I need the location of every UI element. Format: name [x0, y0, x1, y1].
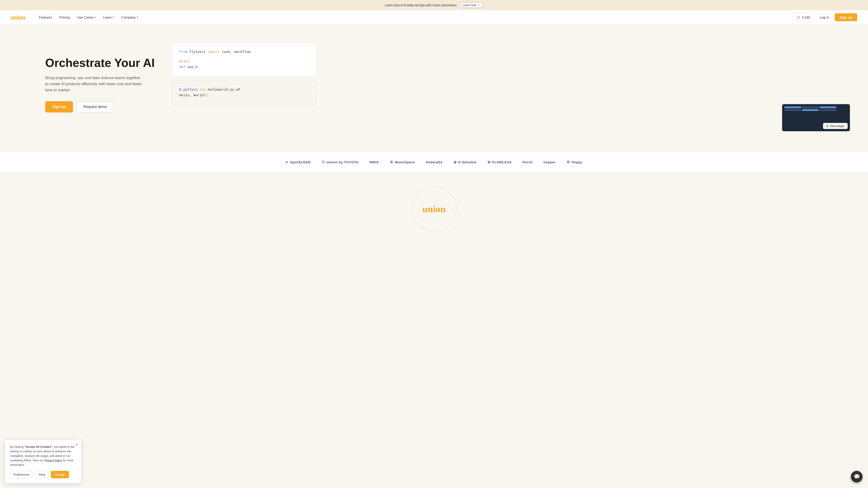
partner-hopper: hopper — [544, 160, 556, 164]
union-logo-large: union — [423, 203, 446, 215]
code-line-2: @task — [179, 59, 309, 65]
hero-demo-button[interactable]: Request demo — [76, 101, 114, 112]
terminal-line-2: Hello, World!| — [179, 93, 309, 98]
github-button[interactable]: ⬡ 5,180 — [793, 13, 814, 21]
partner-icon: ◆ — [454, 160, 457, 164]
code-module: flytekit — [189, 50, 206, 54]
chevron-down-icon: ▾ — [137, 16, 138, 19]
hero-signup-button[interactable]: Sign up — [45, 101, 73, 112]
hero-subtitle: Bring engineering, ops and data science … — [45, 75, 145, 93]
chat-icon: 💬 — [854, 474, 860, 480]
view-larger-button[interactable]: ⊕ View larger — [823, 123, 848, 129]
cookie-buttons: Preferences Deny Accept — [10, 471, 76, 478]
partner-porch: Porch — [522, 160, 532, 164]
terminal-output: Hello, World!| — [179, 94, 208, 97]
deny-button[interactable]: Deny — [35, 471, 49, 478]
cookie-close-button[interactable]: × — [75, 442, 78, 447]
preview-bar — [802, 109, 819, 111]
code-def: def — [179, 65, 185, 69]
nav-company[interactable]: Company ▾ — [121, 15, 138, 19]
chevron-down-icon: ▾ — [113, 16, 114, 19]
partner-icon: ⊕ — [566, 160, 570, 164]
preview-bar — [784, 109, 801, 111]
terminal-line-1: $ pyflyte run helloworld.py wf — [179, 87, 309, 93]
partners-section: ● Spotify.R&D ⊙ woven by TOYOTA INRIX ⊕ … — [0, 151, 868, 173]
partner-icon: ⊕ — [390, 160, 393, 164]
nav-learn[interactable]: Learn ▾ — [103, 15, 114, 19]
code-decorator: @task — [179, 60, 189, 64]
partner-icon: ⊙ — [321, 160, 325, 164]
preview-bar — [819, 109, 836, 111]
preview-bar — [819, 106, 836, 108]
logo[interactable]: union — [11, 14, 25, 21]
nav-use-cases[interactable]: Use Cases ▾ — [77, 15, 96, 19]
partner-woven: ⊙ woven by TOYOTA — [321, 160, 359, 164]
navbar: union Features Pricing Use Cases ▾ Learn… — [0, 10, 868, 25]
cookie-banner: × By clicking "Accept All Cookies", you … — [4, 440, 81, 484]
nav-actions: ⬡ 5,180 Log in Sign up — [793, 13, 857, 21]
hero-title: Orchestrate Your AI — [45, 56, 163, 70]
arrow-icon: ↗ — [477, 4, 480, 6]
code-spacer — [179, 55, 309, 59]
nav-links: Features Pricing Use Cases ▾ Learn ▾ Com… — [39, 15, 794, 19]
union-hint-section: union — [0, 173, 868, 234]
partner-flawless: ◈ FLAWLESS — [487, 160, 512, 164]
chat-widget[interactable]: 💬 — [851, 471, 863, 483]
preview-bars — [784, 106, 836, 111]
code-func-name: say_h — [187, 65, 197, 69]
terminal-file: helloworld.py wf — [208, 88, 240, 92]
code-import: import — [208, 50, 220, 54]
partner-icon: ● — [286, 160, 288, 164]
partner-spotify: ● Spotify.R&D — [286, 160, 311, 164]
code-items: task, workflow — [222, 50, 250, 54]
preview-image: ⊕ View larger — [782, 104, 850, 131]
code-from: from — [179, 50, 187, 54]
partner-icon: ◈ — [487, 160, 491, 164]
hero-right: from flytekit import task, workflow @tas… — [172, 38, 850, 131]
login-button[interactable]: Log in — [817, 14, 832, 21]
union-circle: union — [411, 186, 457, 232]
terminal-dollar: $ — [179, 88, 181, 92]
partner-muonspace: ⊕ MuonSpace — [390, 160, 415, 164]
chevron-down-icon: ▾ — [94, 16, 96, 19]
preview-bar — [802, 106, 819, 108]
terminal-panel: $ pyflyte run helloworld.py wf Hello, Wo… — [172, 80, 316, 105]
expand-icon: ⊕ — [826, 124, 829, 127]
hero-section: Orchestrate Your AI Bring engineering, o… — [0, 25, 868, 151]
nav-signup-button[interactable]: Sign up — [835, 13, 857, 21]
partner-inrix: INRIX — [369, 160, 379, 164]
banner-text: Learn how to Enable MLOps with Union Ser… — [385, 3, 457, 7]
learn-how-button[interactable]: Learn how ↗ — [459, 2, 483, 8]
accept-button[interactable]: Accept — [51, 471, 69, 478]
partner-peppy: ⊕ Peppy — [566, 160, 582, 164]
hero-left: Orchestrate Your AI Bring engineering, o… — [45, 38, 163, 112]
code-line-1: from flytekit import task, workflow — [179, 49, 309, 55]
code-panel: from flytekit import task, workflow @tas… — [172, 43, 316, 77]
partner-hederadx: HederaDx — [426, 160, 442, 164]
privacy-policy-link[interactable]: Privacy Policy — [44, 459, 62, 462]
partner-delvebio: ◆ D delvebio — [454, 160, 476, 164]
nav-features[interactable]: Features — [39, 15, 52, 19]
terminal-run: run — [199, 88, 206, 92]
preferences-button[interactable]: Preferences — [10, 471, 33, 478]
cookie-text: By clicking "Accept All Cookies", you ag… — [10, 445, 76, 467]
nav-pricing[interactable]: Pricing — [59, 15, 70, 19]
preview-thumbnail: ⊕ View larger — [782, 104, 850, 131]
preview-bar — [784, 106, 801, 108]
top-banner: Learn how to Enable MLOps with Union Ser… — [0, 0, 868, 10]
terminal-command: pyflyte — [183, 88, 197, 92]
hero-buttons: Sign up Request demo — [45, 101, 163, 112]
code-line-3: def say_h — [179, 64, 309, 70]
github-icon: ⬡ — [797, 15, 800, 20]
